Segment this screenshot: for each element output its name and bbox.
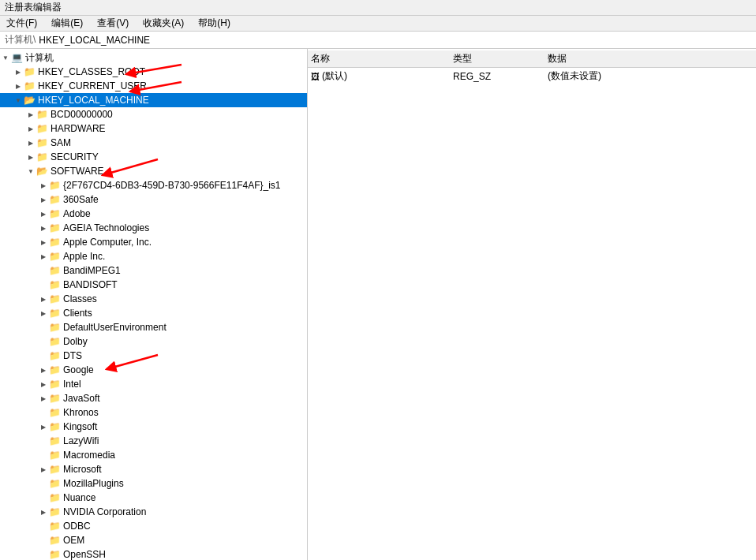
- tree-node-google[interactable]: ▶📁Google: [0, 363, 307, 377]
- tree-node-hardware[interactable]: ▶📁HARDWARE: [0, 121, 307, 136]
- tree-node-nuance[interactable]: 📁Nuance: [0, 491, 307, 505]
- address-path[interactable]: HKEY_LOCAL_MACHINE: [39, 35, 150, 46]
- col-data-header: 数据: [548, 52, 705, 65]
- tree-node-lazywifi[interactable]: 📁LazyWifi: [0, 434, 307, 448]
- registry-value-icon: 🖼: [311, 72, 320, 81]
- tree-node-bcd00000000[interactable]: ▶📁BCD00000000: [0, 107, 307, 121]
- tree-node-classes[interactable]: ▶📁Classes: [0, 292, 307, 306]
- tree-node-defaultuserenvironment[interactable]: 📁DefaultUserEnvironment: [0, 320, 307, 334]
- tree-node-odbc[interactable]: 📁ODBC: [0, 519, 307, 533]
- tree-node-hkey_current_user[interactable]: ▶📁HKEY_CURRENT_USER: [0, 79, 307, 93]
- tree-node-software[interactable]: ▼📂SOFTWARE: [0, 164, 307, 178]
- data-panel: 名称 类型 数据 🖼 (默认) REG_SZ (数值未设置): [308, 49, 756, 560]
- data-header: 名称 类型 数据: [308, 50, 756, 68]
- tree-node-dolby[interactable]: 📁Dolby: [0, 334, 307, 349]
- col-name-header: 名称: [311, 52, 453, 65]
- col-type-header: 类型: [453, 52, 548, 65]
- tree-node-mozillaplugins[interactable]: 📁MozillaPlugins: [0, 476, 307, 491]
- tree-node-nvidia[interactable]: ▶📁NVIDIA Corporation: [0, 505, 307, 519]
- tree-node-360safe[interactable]: ▶📁360Safe: [0, 192, 307, 207]
- menu-favorites[interactable]: 收藏夹(A): [140, 16, 187, 31]
- tree-node-khronos[interactable]: 📁Khronos: [0, 405, 307, 420]
- tree-node-2f767cd4[interactable]: ▶📁{2F767CD4-6DB3-459D-B730-9566FE11F4AF}…: [0, 178, 307, 192]
- tree-node-ageia[interactable]: ▶📁AGEIA Technologies: [0, 221, 307, 235]
- menu-view[interactable]: 查看(V): [94, 16, 132, 31]
- registry-value-type: REG_SZ: [453, 71, 548, 82]
- tree-node-hkey_classes_root[interactable]: ▶📁HKEY_CLASSES_ROOT: [0, 65, 307, 79]
- tree-node-macromedia[interactable]: 📁Macromedia: [0, 448, 307, 462]
- tree-node-bandisoft[interactable]: 📁BANDISOFT: [0, 278, 307, 292]
- tree-node-microsoft[interactable]: ▶📁Microsoft: [0, 462, 307, 476]
- menu-bar: 文件(F) 编辑(E) 查看(V) 收藏夹(A) 帮助(H): [0, 16, 756, 32]
- tree-node-intel[interactable]: ▶📁Intel: [0, 377, 307, 391]
- tree-node-hkey_local_machine[interactable]: ▼📂HKEY_LOCAL_MACHINE: [0, 93, 307, 107]
- tree-node-sam[interactable]: ▶📁SAM: [0, 136, 307, 150]
- tree-node-clients[interactable]: ▶📁Clients: [0, 306, 307, 320]
- registry-value-data: (数值未设置): [548, 69, 705, 83]
- menu-help[interactable]: 帮助(H): [195, 16, 234, 31]
- registry-value-name: (默认): [322, 69, 347, 83]
- title-bar: 注册表编辑器: [0, 0, 756, 16]
- data-row[interactable]: 🖼 (默认) REG_SZ (数值未设置): [308, 68, 756, 84]
- menu-file[interactable]: 文件(F): [3, 16, 40, 31]
- tree-node-kingsoft[interactable]: ▶📁Kingsoft: [0, 420, 307, 434]
- tree-node-apple_computer[interactable]: ▶📁Apple Computer, Inc.: [0, 235, 307, 249]
- tree-node-openssh[interactable]: 📁OpenSSH: [0, 547, 307, 560]
- address-bar: 计算机\ HKEY_LOCAL_MACHINE: [0, 32, 756, 49]
- tree-node-bandimpeg1[interactable]: 📁BandiMPEG1: [0, 263, 307, 278]
- tree-panel: ▼💻计算机▶📁HKEY_CLASSES_ROOT▶📁HKEY_CURRENT_U…: [0, 49, 308, 560]
- tree-node-adobe[interactable]: ▶📁Adobe: [0, 207, 307, 221]
- tree-node-apple_inc[interactable]: ▶📁Apple Inc.: [0, 249, 307, 263]
- menu-edit[interactable]: 编辑(E): [48, 16, 86, 31]
- address-prefix: 计算机\: [5, 33, 36, 47]
- tree-node-javasoft[interactable]: ▶📁JavaSoft: [0, 391, 307, 405]
- tree-node-computer[interactable]: ▼💻计算机: [0, 50, 307, 65]
- title-text: 注册表编辑器: [5, 1, 62, 14]
- tree-node-security[interactable]: ▶📁SECURITY: [0, 150, 307, 164]
- tree-node-dts[interactable]: 📁DTS: [0, 349, 307, 363]
- tree-node-oem[interactable]: 📁OEM: [0, 533, 307, 547]
